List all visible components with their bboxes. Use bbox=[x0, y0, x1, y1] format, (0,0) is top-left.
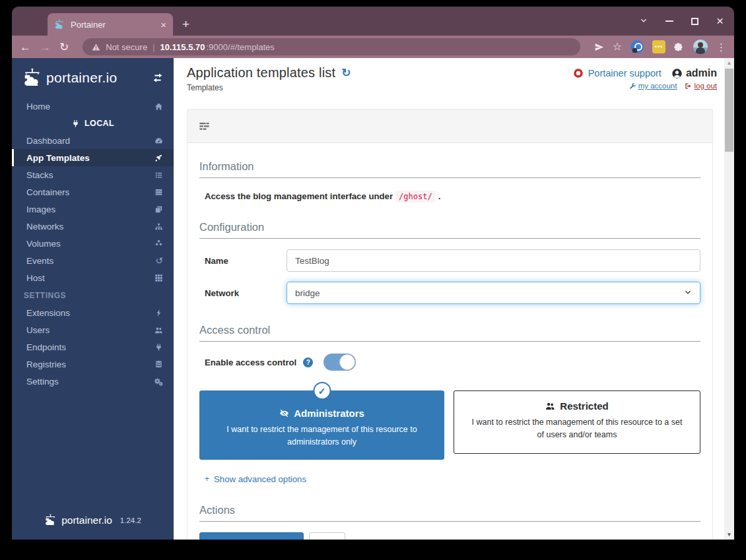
user-menu[interactable]: admin bbox=[671, 67, 717, 79]
access-control-toggle[interactable] bbox=[323, 354, 356, 371]
sidebar-item-stacks[interactable]: Stacks bbox=[12, 166, 174, 183]
eye-slash-icon bbox=[279, 408, 289, 418]
database-icon bbox=[154, 360, 163, 369]
plug-icon bbox=[154, 343, 163, 352]
tab-close-icon[interactable]: × bbox=[160, 20, 166, 30]
network-label: Network bbox=[199, 288, 287, 298]
bolt-icon bbox=[154, 309, 163, 317]
portainer-support-link[interactable]: Portainer support bbox=[588, 68, 661, 78]
yellow-extension-icon[interactable]: ••• bbox=[652, 40, 665, 53]
name-input[interactable] bbox=[287, 249, 700, 272]
endpoint-label: LOCAL bbox=[12, 115, 174, 132]
sidebar-item-settings[interactable]: Settings bbox=[12, 373, 174, 390]
page-scrollbar[interactable]: ▲ ▼ bbox=[724, 58, 734, 540]
chevron-down-icon bbox=[684, 289, 692, 297]
restricted-option[interactable]: Restricted I want to restrict the manage… bbox=[454, 390, 700, 454]
log-out-link[interactable]: log out bbox=[685, 82, 717, 90]
users-icon bbox=[545, 401, 555, 411]
portainer-logo-icon bbox=[22, 68, 42, 88]
section-title-access-control: Access control bbox=[199, 324, 700, 342]
tachometer-icon bbox=[154, 137, 163, 145]
address-bar[interactable]: Not secure | 10.115.5.70 :9000/#/templat… bbox=[83, 38, 580, 55]
enable-access-control-label: Enable access control bbox=[205, 358, 296, 367]
tab-search-chevron-icon[interactable] bbox=[640, 17, 648, 25]
new-tab-button[interactable]: + bbox=[182, 13, 189, 36]
plug-icon bbox=[71, 119, 80, 128]
page-title: Application templates list bbox=[187, 65, 335, 80]
sitemap-icon bbox=[154, 222, 163, 231]
refresh-icon[interactable]: ↻ bbox=[341, 67, 351, 78]
list-icon bbox=[154, 171, 163, 179]
sidebar-item-networks[interactable]: Networks bbox=[12, 218, 174, 235]
password-manager-extension-icon[interactable] bbox=[630, 40, 644, 53]
not-secure-warning-icon[interactable] bbox=[92, 43, 100, 51]
tab-title: Portainer bbox=[71, 20, 154, 30]
sidebar-item-host[interactable]: Host bbox=[12, 269, 174, 286]
section-title-configuration: Configuration bbox=[199, 221, 700, 239]
user-circle-icon bbox=[671, 68, 683, 79]
bookmark-star-icon[interactable]: ☆ bbox=[613, 42, 622, 52]
username: admin bbox=[686, 67, 717, 79]
show-advanced-options-link[interactable]: + Show advanced options bbox=[199, 474, 700, 484]
minimize-button[interactable] bbox=[665, 20, 673, 22]
back-button-icon[interactable]: ← bbox=[20, 42, 31, 53]
profile-avatar[interactable] bbox=[693, 40, 708, 54]
sidebar: portainer.io Home LOCAL Dashboard App Te… bbox=[12, 58, 174, 540]
deploy-container-button[interactable]: Deploy the container bbox=[199, 532, 304, 540]
sign-out-icon bbox=[685, 82, 692, 90]
scrollbar-up-arrow[interactable]: ▲ bbox=[724, 60, 734, 66]
sidebar-item-users[interactable]: Users bbox=[12, 321, 174, 338]
browser-titlebar: Portainer × + × bbox=[12, 7, 734, 36]
send-icon[interactable] bbox=[594, 42, 604, 52]
life-ring-icon bbox=[573, 68, 584, 78]
information-text: Access the blog management interface und… bbox=[199, 191, 700, 201]
sidebar-item-extensions[interactable]: Extensions bbox=[12, 304, 174, 321]
scrollbar-down-arrow[interactable]: ▼ bbox=[724, 532, 734, 538]
hide-button[interactable]: Hide bbox=[309, 532, 345, 540]
url-host: 10.115.5.70 bbox=[160, 42, 205, 52]
help-question-icon[interactable]: ? bbox=[303, 358, 313, 367]
panel-header bbox=[187, 109, 712, 143]
sidebar-item-app-templates[interactable]: App Templates bbox=[12, 149, 174, 166]
network-select[interactable]: bridge bbox=[287, 282, 700, 304]
sidebar-item-containers[interactable]: Containers bbox=[12, 183, 174, 201]
breadcrumb: Templates bbox=[187, 83, 351, 92]
rocket-icon bbox=[154, 154, 163, 162]
sidebar-item-images[interactable]: Images bbox=[12, 201, 174, 218]
name-label: Name bbox=[199, 256, 287, 266]
reload-button-icon[interactable]: ↻ bbox=[59, 42, 69, 53]
browser-tab[interactable]: Portainer × bbox=[48, 13, 173, 36]
window-controls: × bbox=[640, 7, 724, 36]
history-icon: ↺ bbox=[155, 256, 163, 265]
window-close-button[interactable]: × bbox=[716, 14, 724, 28]
tasks-icon bbox=[198, 120, 211, 133]
plus-icon: + bbox=[205, 475, 209, 483]
not-secure-label: Not secure bbox=[106, 42, 147, 52]
cubes-icon bbox=[154, 239, 163, 248]
maximize-button[interactable] bbox=[691, 18, 698, 25]
section-title-information: Information bbox=[199, 160, 700, 178]
sidebar-logo-text: portainer.io bbox=[46, 70, 149, 86]
section-title-actions: Actions bbox=[199, 504, 700, 522]
tab-favicon-icon bbox=[54, 19, 65, 30]
sidebar-item-endpoints[interactable]: Endpoints bbox=[12, 338, 174, 356]
extensions-puzzle-icon[interactable] bbox=[674, 42, 685, 52]
sidebar-item-events[interactable]: Events ↺ bbox=[12, 252, 174, 269]
scrollbar-thumb[interactable] bbox=[725, 69, 733, 152]
version-label: 1.24.2 bbox=[120, 516, 141, 524]
wrench-icon bbox=[629, 82, 636, 90]
sidebar-item-home[interactable]: Home bbox=[12, 98, 174, 115]
my-account-link[interactable]: my account bbox=[629, 82, 677, 90]
forward-button-icon[interactable]: → bbox=[40, 42, 51, 53]
sidebar-collapse-icon[interactable] bbox=[153, 73, 163, 83]
users-icon bbox=[154, 326, 163, 334]
sidebar-footer: portainer.io 1.24.2 bbox=[12, 514, 174, 540]
sidebar-item-volumes[interactable]: Volumes bbox=[12, 235, 174, 252]
sidebar-item-dashboard[interactable]: Dashboard bbox=[12, 132, 174, 149]
browser-menu-icon[interactable]: ⋮ bbox=[716, 42, 726, 52]
images-icon bbox=[154, 205, 163, 214]
administrators-option[interactable]: ✓ Administrators I want to restrict the … bbox=[199, 390, 444, 460]
portainer-logo-icon bbox=[44, 514, 57, 526]
cogs-icon bbox=[154, 377, 163, 386]
sidebar-item-registries[interactable]: Registries bbox=[12, 356, 174, 373]
